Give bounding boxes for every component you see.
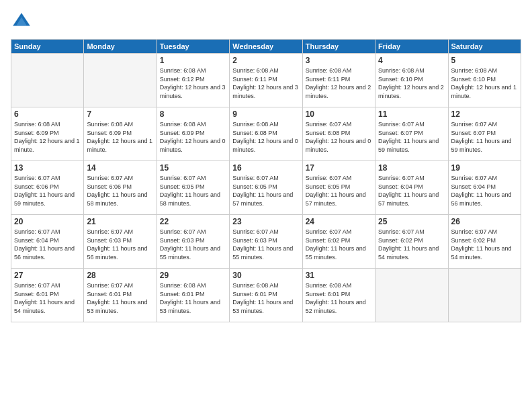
calendar-cell: 28Sunrise: 6:07 AM Sunset: 6:01 PM Dayli… <box>84 269 157 322</box>
calendar-cell: 1Sunrise: 6:08 AM Sunset: 6:12 PM Daylig… <box>157 54 229 107</box>
calendar-cell: 3Sunrise: 6:08 AM Sunset: 6:11 PM Daylig… <box>302 54 375 107</box>
calendar-cell: 30Sunrise: 6:08 AM Sunset: 6:01 PM Dayli… <box>230 269 302 322</box>
day-info: Sunrise: 6:07 AM Sunset: 6:06 PM Dayligh… <box>14 174 81 208</box>
day-number: 11 <box>378 109 445 119</box>
calendar-cell: 6Sunrise: 6:08 AM Sunset: 6:09 PM Daylig… <box>11 107 84 161</box>
day-info: Sunrise: 6:07 AM Sunset: 6:03 PM Dayligh… <box>87 228 153 261</box>
day-number: 27 <box>14 271 81 280</box>
day-number: 2 <box>232 56 299 65</box>
day-number: 8 <box>160 109 226 119</box>
day-info: Sunrise: 6:07 AM Sunset: 6:04 PM Dayligh… <box>451 174 518 208</box>
calendar-cell: 31Sunrise: 6:08 AM Sunset: 6:01 PM Dayli… <box>302 269 375 322</box>
calendar-cell: 9Sunrise: 6:08 AM Sunset: 6:08 PM Daylig… <box>230 107 302 161</box>
weekday-header: Friday <box>375 40 448 54</box>
day-info: Sunrise: 6:07 AM Sunset: 6:05 PM Dayligh… <box>232 174 299 208</box>
day-info: Sunrise: 6:07 AM Sunset: 6:08 PM Dayligh… <box>306 120 372 154</box>
logo <box>11 11 36 32</box>
calendar-cell <box>84 54 157 107</box>
calendar-cell: 14Sunrise: 6:07 AM Sunset: 6:06 PM Dayli… <box>84 161 157 215</box>
weekday-header: Saturday <box>448 40 521 54</box>
day-number: 14 <box>87 163 153 173</box>
day-info: Sunrise: 6:07 AM Sunset: 6:07 PM Dayligh… <box>451 120 518 154</box>
logo-icon <box>11 11 32 32</box>
calendar-cell: 7Sunrise: 6:08 AM Sunset: 6:09 PM Daylig… <box>84 107 157 161</box>
calendar-cell: 25Sunrise: 6:07 AM Sunset: 6:02 PM Dayli… <box>375 215 448 269</box>
day-info: Sunrise: 6:07 AM Sunset: 6:05 PM Dayligh… <box>306 174 372 208</box>
day-number: 21 <box>87 217 153 226</box>
day-info: Sunrise: 6:07 AM Sunset: 6:02 PM Dayligh… <box>378 228 445 261</box>
week-row: 6Sunrise: 6:08 AM Sunset: 6:09 PM Daylig… <box>11 107 521 161</box>
calendar-cell: 5Sunrise: 6:08 AM Sunset: 6:10 PM Daylig… <box>448 54 521 107</box>
day-info: Sunrise: 6:08 AM Sunset: 6:11 PM Dayligh… <box>232 66 299 100</box>
day-number: 28 <box>87 271 153 280</box>
weekday-header: Thursday <box>302 40 375 54</box>
calendar-cell <box>375 269 448 322</box>
day-info: Sunrise: 6:07 AM Sunset: 6:04 PM Dayligh… <box>14 228 81 261</box>
calendar-cell: 15Sunrise: 6:07 AM Sunset: 6:05 PM Dayli… <box>157 161 229 215</box>
day-number: 31 <box>306 271 372 280</box>
day-number: 25 <box>378 217 445 226</box>
calendar-cell: 8Sunrise: 6:08 AM Sunset: 6:09 PM Daylig… <box>157 107 229 161</box>
day-number: 22 <box>160 217 226 226</box>
day-info: Sunrise: 6:08 AM Sunset: 6:01 PM Dayligh… <box>232 281 299 315</box>
day-info: Sunrise: 6:08 AM Sunset: 6:08 PM Dayligh… <box>232 120 299 154</box>
day-number: 18 <box>378 163 445 173</box>
day-info: Sunrise: 6:08 AM Sunset: 6:01 PM Dayligh… <box>306 281 372 315</box>
calendar-cell: 29Sunrise: 6:08 AM Sunset: 6:01 PM Dayli… <box>157 269 229 322</box>
calendar-cell: 22Sunrise: 6:07 AM Sunset: 6:03 PM Dayli… <box>157 215 229 269</box>
day-number: 17 <box>306 163 372 173</box>
day-number: 3 <box>306 56 372 65</box>
day-info: Sunrise: 6:08 AM Sunset: 6:10 PM Dayligh… <box>378 66 445 100</box>
day-number: 23 <box>232 217 299 226</box>
day-info: Sunrise: 6:07 AM Sunset: 6:04 PM Dayligh… <box>378 174 445 208</box>
calendar-cell: 13Sunrise: 6:07 AM Sunset: 6:06 PM Dayli… <box>11 161 84 215</box>
day-info: Sunrise: 6:07 AM Sunset: 6:03 PM Dayligh… <box>160 228 226 261</box>
header <box>11 11 521 32</box>
page: SundayMondayTuesdayWednesdayThursdayFrid… <box>0 0 532 411</box>
calendar-cell: 19Sunrise: 6:07 AM Sunset: 6:04 PM Dayli… <box>448 161 521 215</box>
day-number: 7 <box>87 109 153 119</box>
day-number: 13 <box>14 163 81 173</box>
weekday-header: Tuesday <box>157 40 229 54</box>
calendar-cell: 24Sunrise: 6:07 AM Sunset: 6:02 PM Dayli… <box>302 215 375 269</box>
weekday-header: Monday <box>84 40 157 54</box>
calendar-cell: 4Sunrise: 6:08 AM Sunset: 6:10 PM Daylig… <box>375 54 448 107</box>
weekday-header: Sunday <box>11 40 84 54</box>
day-number: 1 <box>160 56 226 65</box>
day-info: Sunrise: 6:07 AM Sunset: 6:07 PM Dayligh… <box>378 120 445 154</box>
day-number: 29 <box>160 271 226 280</box>
day-number: 16 <box>232 163 299 173</box>
day-info: Sunrise: 6:07 AM Sunset: 6:02 PM Dayligh… <box>306 228 372 261</box>
calendar: SundayMondayTuesdayWednesdayThursdayFrid… <box>11 39 521 322</box>
day-number: 24 <box>306 217 372 226</box>
calendar-cell: 26Sunrise: 6:07 AM Sunset: 6:02 PM Dayli… <box>448 215 521 269</box>
day-info: Sunrise: 6:08 AM Sunset: 6:12 PM Dayligh… <box>160 66 226 100</box>
week-row: 13Sunrise: 6:07 AM Sunset: 6:06 PM Dayli… <box>11 161 521 215</box>
week-row: 20Sunrise: 6:07 AM Sunset: 6:04 PM Dayli… <box>11 215 521 269</box>
day-info: Sunrise: 6:08 AM Sunset: 6:01 PM Dayligh… <box>160 281 226 315</box>
day-info: Sunrise: 6:07 AM Sunset: 6:06 PM Dayligh… <box>87 174 153 208</box>
day-info: Sunrise: 6:07 AM Sunset: 6:01 PM Dayligh… <box>87 281 153 315</box>
calendar-cell: 21Sunrise: 6:07 AM Sunset: 6:03 PM Dayli… <box>84 215 157 269</box>
day-number: 12 <box>451 109 518 119</box>
day-number: 9 <box>232 109 299 119</box>
calendar-cell: 2Sunrise: 6:08 AM Sunset: 6:11 PM Daylig… <box>230 54 302 107</box>
day-number: 5 <box>451 56 518 65</box>
day-info: Sunrise: 6:08 AM Sunset: 6:11 PM Dayligh… <box>306 66 372 100</box>
calendar-cell: 18Sunrise: 6:07 AM Sunset: 6:04 PM Dayli… <box>375 161 448 215</box>
day-number: 10 <box>306 109 372 119</box>
day-number: 6 <box>14 109 81 119</box>
weekday-header-row: SundayMondayTuesdayWednesdayThursdayFrid… <box>11 40 521 54</box>
day-number: 26 <box>451 217 518 226</box>
day-info: Sunrise: 6:08 AM Sunset: 6:09 PM Dayligh… <box>160 120 226 154</box>
calendar-cell: 17Sunrise: 6:07 AM Sunset: 6:05 PM Dayli… <box>302 161 375 215</box>
day-info: Sunrise: 6:07 AM Sunset: 6:01 PM Dayligh… <box>14 281 81 315</box>
calendar-cell: 12Sunrise: 6:07 AM Sunset: 6:07 PM Dayli… <box>448 107 521 161</box>
day-info: Sunrise: 6:07 AM Sunset: 6:02 PM Dayligh… <box>451 228 518 261</box>
day-number: 19 <box>451 163 518 173</box>
day-info: Sunrise: 6:07 AM Sunset: 6:03 PM Dayligh… <box>232 228 299 261</box>
calendar-cell: 11Sunrise: 6:07 AM Sunset: 6:07 PM Dayli… <box>375 107 448 161</box>
calendar-cell: 16Sunrise: 6:07 AM Sunset: 6:05 PM Dayli… <box>230 161 302 215</box>
weekday-header: Wednesday <box>230 40 302 54</box>
day-info: Sunrise: 6:08 AM Sunset: 6:10 PM Dayligh… <box>451 66 518 100</box>
